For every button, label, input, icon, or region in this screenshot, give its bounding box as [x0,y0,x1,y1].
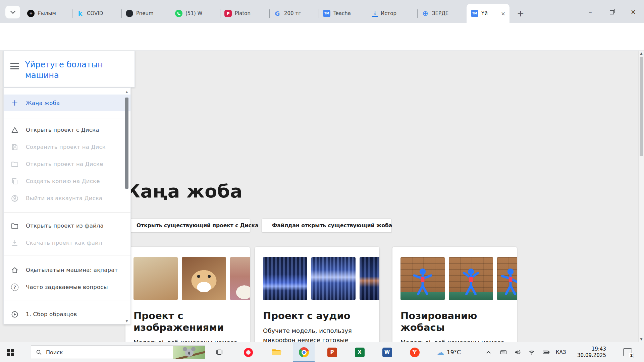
whatsapp-icon [175,10,182,17]
account-icon [10,194,19,203]
folder-icon [271,347,281,357]
touch-keyboard-icon[interactable] [497,342,510,362]
pose-project-card[interactable]: Позированию жобасы Модельді, веб-камеран… [392,247,517,342]
tab-github-pneumonia[interactable]: Pneum [121,4,171,23]
pose-thumbnail [449,257,493,300]
weather-widget[interactable]: ☁ 19°C [429,342,469,362]
menu-item-new-project[interactable]: + Жаңа жоба [4,95,130,111]
koala-icon [185,349,194,357]
page-scrollbar[interactable]: ▲ ▼ [638,51,644,342]
new-tab-button[interactable]: + [514,7,527,20]
date-value: 30.09.2025 [577,352,606,359]
taskbar-powerpoint-icon[interactable]: P [321,342,343,362]
save-icon [10,143,19,152]
taskbar-search[interactable]: Поиск [31,346,205,359]
browser-tab-strip: ✳ Ғылым k COVID Pneum (51) W P Platon G [0,0,644,23]
volume-icon[interactable] [511,342,524,362]
tab-teachable-machine-active[interactable]: TM Үй × [467,4,509,23]
menu-icon[interactable] [10,63,19,64]
menu-divider [4,119,130,119]
keyboard-language-value: КАЗ [556,349,566,355]
clock-widget[interactable]: 19:43 30.09.2025 [570,342,614,362]
window-close-button[interactable]: × [623,0,644,23]
tab-label: Pneum [136,10,168,16]
tab-whatsapp[interactable]: (51) W [171,4,220,23]
home-icon [10,266,19,275]
tab-teachable-machine[interactable]: TM Teacha [319,4,368,23]
menu-item-open-drive-project[interactable]: Открыть проект с Диска [4,121,130,138]
page-content: Жаңа жоба Открыть существующий проект с … [0,51,644,342]
card-description: Модельді, веб-камераны немесе изображени… [400,338,509,342]
menu-item-label: 1. Сбор образцов [26,311,77,317]
teachable-machine-icon: TM [323,10,330,17]
tray-expand-button[interactable] [482,342,494,362]
question-glyph: ? [13,285,16,290]
open-drive-project-button[interactable]: Открыть существующий проект с Диска [124,219,250,233]
word-icon: W [382,348,392,357]
tab-label: Teacha [333,10,365,16]
scrollbar-thumb[interactable] [125,98,128,189]
menu-item-open-from-file[interactable]: Открыть проект из файла [4,217,130,234]
window-minimize-button[interactable]: – [580,0,601,23]
tab-chatgpt[interactable]: ✳ Ғылым [23,4,72,23]
taskbar-explorer-icon[interactable] [266,342,287,362]
audio-thumbnail [360,257,379,300]
menu-item-faq[interactable]: ? Часто задаваемые вопросы [4,279,130,296]
pose-thumbnail [497,257,517,300]
menu-scrollbar[interactable]: ▲ ▼ [124,90,129,325]
tab-close-icon[interactable]: × [499,10,507,17]
taskbar-yandex-icon[interactable]: Y [404,342,425,362]
menu-divider [4,255,130,255]
notification-center-button[interactable]: 2 [619,342,636,362]
search-highlight-image[interactable] [173,346,205,359]
google-drive-icon [10,126,19,134]
image-project-card[interactable]: Проект с изображениями Модельді, веб-кам… [125,247,250,342]
card-description: Обучите модель, используя микрофон немес… [263,326,371,342]
taskbar-word-icon[interactable]: W [376,342,398,362]
tab-zerde[interactable]: ⊕ ЗЕРДЕ [417,4,467,23]
time-value: 19:43 [592,346,606,352]
scrollbar-thumb[interactable] [640,57,643,156]
card-description: Модельді, веб-камераны немесе изображени… [133,338,242,342]
open-file-project-button[interactable]: Файлдан открыть существующий жоба [262,219,392,233]
tab-kaggle-covid[interactable]: k COVID [72,4,121,23]
taskbar-opera-icon[interactable] [237,342,259,362]
battery-icon[interactable] [539,342,553,362]
tabs-container: ✳ Ғылым k COVID Pneum (51) W P Platon G [23,4,509,23]
pose-thumbnails [400,257,517,300]
menu-item-label: Выйти из аккаунта Диска [26,195,102,201]
window-restore-button[interactable] [601,0,623,23]
menu-item-gather-samples[interactable]: 1. Сбор образцов [4,306,130,323]
open-file-project-label: Файлдан открыть существующий жоба [272,223,392,229]
tab-label: Ғылым [38,10,69,16]
start-button[interactable] [0,342,21,362]
help-icon: ? [10,283,19,292]
tab-search-button[interactable] [5,6,20,18]
keyboard-language[interactable]: КАЗ [553,342,568,362]
taskbar-excel-icon[interactable]: X [349,342,370,362]
scroll-down-icon[interactable]: ▼ [639,338,644,341]
tab-label: Үй [481,10,496,16]
tab-downloads-history[interactable]: ↓ Истор [368,4,417,23]
tab-label: Истор [381,10,415,16]
scroll-up-icon[interactable]: ▲ [639,52,644,55]
menu-item-about[interactable]: Оқытылатын машина: ақпарат [4,261,130,279]
download-icon [10,239,19,247]
restore-icon [610,10,614,14]
chevron-down-icon [10,8,15,14]
network-icon[interactable] [525,342,538,362]
plus-icon: + [10,99,19,107]
scroll-down-icon[interactable]: ▼ [124,319,129,323]
audio-project-card[interactable]: Проект с аудио Обучите модель, используя… [255,247,379,342]
app-title[interactable]: Үйретуге болатын машина [25,60,108,87]
tab-google-search[interactable]: G 200 тг [269,4,319,23]
notification-badge: 2 [629,353,634,358]
menu-item-label: Открыть проект на Диске [26,161,103,167]
window-controls: – × [580,0,644,23]
menu-item-label: Скачать проект как файл [26,240,102,246]
image-thumbnails [133,257,250,300]
task-view-button[interactable] [209,342,230,362]
tab-platonus[interactable]: P Platon [220,4,269,23]
scroll-up-icon[interactable]: ▲ [124,90,129,94]
taskbar-chrome-icon[interactable] [293,342,315,362]
